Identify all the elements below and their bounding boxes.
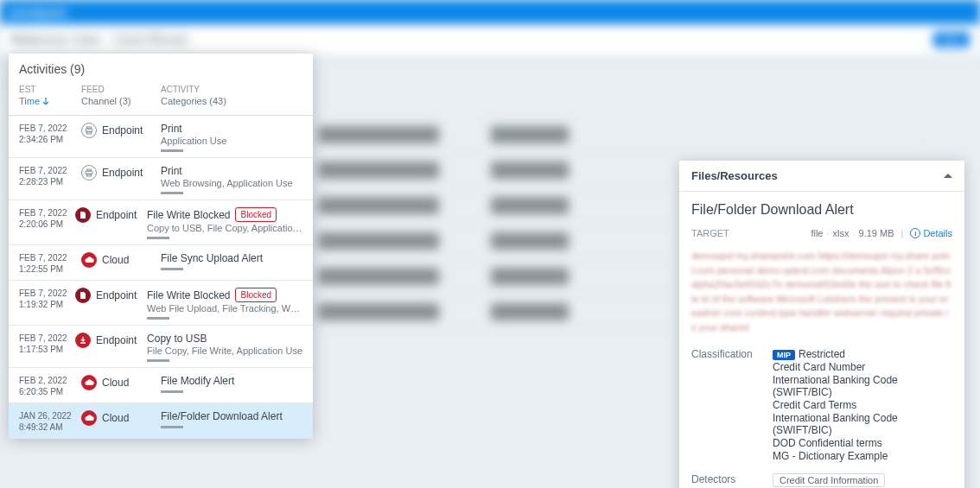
timeline-bar: [147, 317, 169, 320]
activity-timestamp: FEB 7, 2022 2:28:23 PM: [19, 165, 81, 187]
classification-value: MIPRestricted Credit Card NumberInternat…: [773, 348, 952, 463]
redacted-text: demoupol my.sharepoint.com https://demou…: [679, 245, 964, 343]
timeline-bar: [147, 359, 169, 362]
target-row: TARGET file · xlsx · 9.19 MB | i Details: [679, 225, 964, 245]
svg-rect-1: [87, 127, 92, 129]
details-link[interactable]: i Details: [910, 228, 952, 238]
cloud-icon: [81, 410, 97, 426]
column-header-feed[interactable]: FEED Channel (3): [81, 85, 161, 106]
print-icon: [81, 123, 97, 138]
activity-main: File Write Blocked Blocked Copy to USB, …: [147, 207, 302, 239]
activity-row[interactable]: FEB 2, 2022 6:20:35 PM Cloud File Modify…: [9, 368, 313, 403]
activity-timestamp: JAN 26, 2022 8:49:32 AM: [19, 410, 81, 433]
classification-line: International Banking Code (SWIFT/BIC): [773, 374, 952, 398]
activity-feed: Endpoint: [75, 207, 147, 223]
column-header-activity[interactable]: ACTIVITY Categories (43): [161, 85, 302, 106]
info-icon: i: [910, 228, 920, 238]
classification-line: MG - Dictionary Example: [773, 450, 952, 462]
activity-timestamp: FEB 7, 2022 2:20:06 PM: [19, 207, 75, 230]
timeline-bar: [161, 390, 183, 393]
activity-feed: Cloud: [81, 410, 161, 426]
page-title: Malicious User - Carol Brown: [10, 32, 189, 48]
svg-rect-4: [87, 169, 92, 171]
activity-row[interactable]: FEB 7, 2022 2:28:23 PM Endpoint Print We…: [9, 158, 313, 200]
timeline-bar: [161, 192, 183, 194]
activity-row[interactable]: FEB 7, 2022 1:17:53 PM Endpoint Copy to …: [9, 326, 313, 368]
activities-title: Activities (9): [9, 54, 313, 81]
detector-chip[interactable]: Credit Card Information: [773, 473, 885, 487]
activity-timestamp: FEB 7, 2022 1:19:32 PM: [19, 288, 75, 310]
timeline-bar: [161, 426, 183, 428]
activities-list: FEB 7, 2022 2:34:26 PM Endpoint Print Ap…: [9, 116, 313, 439]
activity-feed: Endpoint: [75, 288, 147, 303]
timeline-bar: [161, 149, 183, 152]
collapse-icon[interactable]: [944, 174, 952, 178]
activity-main: Print Application Use: [161, 123, 302, 152]
column-header-est[interactable]: EST Time: [19, 85, 81, 106]
timeline-bar: [147, 237, 169, 239]
classification-section: Classification MIPRestricted Credit Card…: [679, 343, 964, 468]
classification-line: Credit Card Terms: [773, 399, 952, 411]
top-app-bar: proofpoint: [0, 0, 980, 24]
target-label: TARGET: [691, 228, 729, 238]
activity-row[interactable]: JAN 26, 2022 8:49:32 AM Cloud File/Folde…: [9, 403, 313, 439]
classification-line: International Banking Code (SWIFT/BIC): [773, 412, 952, 436]
detectors-section: Detectors Credit Card InformationCredit …: [679, 468, 964, 488]
activity-main: File/Folder Download Alert: [161, 410, 302, 428]
activity-timestamp: FEB 7, 2022 1:22:55 PM: [19, 252, 81, 275]
activity-feed: Endpoint: [81, 123, 161, 138]
activity-main: Copy to USB File Copy, File Write, Appli…: [147, 333, 302, 362]
activity-timestamp: FEB 7, 2022 1:17:53 PM: [19, 333, 75, 355]
print-icon: [81, 165, 97, 181]
timeline-bar: [161, 268, 183, 270]
activity-feed: Cloud: [81, 252, 161, 268]
classification-line: Credit Card Number: [773, 361, 952, 373]
blocked-badge: Blocked: [235, 207, 277, 222]
activity-main: File Write Blocked Blocked Web File Uplo…: [147, 288, 302, 320]
mip-badge: MIP: [773, 350, 795, 360]
activity-timestamp: FEB 2, 2022 6:20:35 PM: [19, 375, 81, 397]
cloud-icon: [81, 252, 97, 268]
sort-down-icon: [42, 98, 49, 105]
activities-panel: Activities (9) EST Time FEED Channel (3)…: [9, 54, 313, 439]
cloud-icon: [81, 375, 97, 390]
alert-title: File/Folder Download Alert: [679, 192, 964, 225]
write-icon: [75, 288, 91, 303]
file-resources-panel: Files/Resources File/Folder Download Ale…: [679, 161, 964, 488]
detectors-value: Credit Card InformationCredit Card Infor…: [773, 473, 952, 488]
activity-main: File Modify Alert: [161, 375, 302, 393]
activity-feed: Cloud: [81, 375, 161, 390]
panel-header[interactable]: Files/Resources: [679, 161, 964, 192]
action-button[interactable]: New: [933, 32, 970, 48]
activity-main: Print Web Browsing, Application Use: [161, 165, 302, 194]
breadcrumb-bar: Malicious User - Carol Brown New: [0, 24, 980, 55]
activities-column-headers: EST Time FEED Channel (3) ACTIVITY Categ…: [9, 81, 313, 116]
activity-row[interactable]: FEB 7, 2022 2:34:26 PM Endpoint Print Ap…: [9, 116, 313, 158]
activity-main: File Sync Upload Alert: [161, 252, 302, 270]
activity-row[interactable]: FEB 7, 2022 2:20:06 PM Endpoint File Wri…: [9, 200, 313, 245]
write-icon: [75, 207, 91, 223]
activity-timestamp: FEB 7, 2022 2:34:26 PM: [19, 123, 81, 145]
activity-row[interactable]: FEB 7, 2022 1:22:55 PM Cloud File Sync U…: [9, 245, 313, 281]
activity-row[interactable]: FEB 7, 2022 1:19:32 PM Endpoint File Wri…: [9, 281, 313, 326]
classification-line: DOD Confidential terms: [773, 437, 952, 449]
brand-logo: proofpoint: [10, 6, 67, 19]
activity-feed: Endpoint: [75, 333, 147, 348]
activity-feed: Endpoint: [81, 165, 161, 181]
blocked-badge: Blocked: [235, 288, 277, 302]
copy-icon: [75, 333, 91, 348]
